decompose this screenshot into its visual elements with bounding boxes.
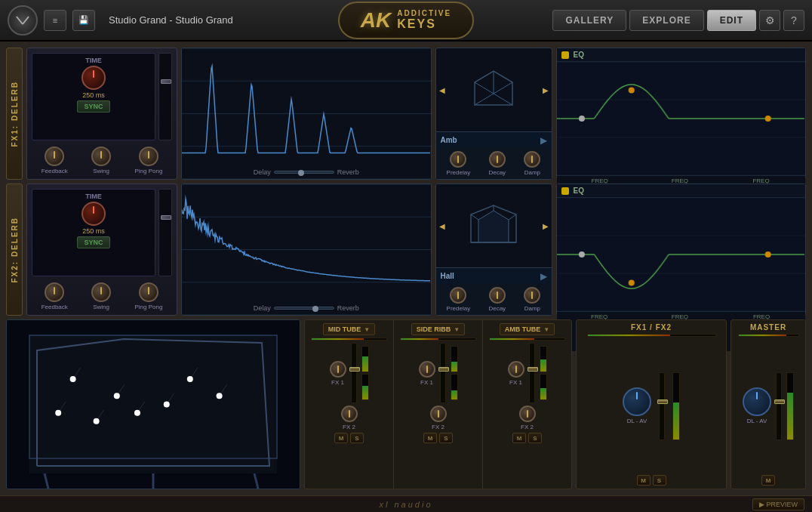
- fx2-decay-knob[interactable]: [489, 287, 506, 304]
- side-ribb-s-btn[interactable]: S: [439, 433, 453, 443]
- edit-btn[interactable]: EDIT: [707, 10, 756, 31]
- fx12-ms-buttons: M S: [637, 475, 666, 486]
- settings-icon[interactable]: ⚙: [759, 10, 780, 31]
- mid-tube-s-btn[interactable]: S: [350, 433, 364, 443]
- amb-tube-fader-handle[interactable]: [527, 367, 538, 372]
- mid-tube-m-btn[interactable]: M: [334, 433, 348, 443]
- amb-tube-s-btn[interactable]: S: [528, 433, 542, 443]
- svg-line-0: [17, 17, 23, 24]
- mid-tube-fader-handle[interactable]: [349, 367, 360, 372]
- fx1-slider-track[interactable]: [274, 171, 334, 174]
- side-ribb-fx2-knob[interactable]: [430, 406, 447, 422]
- fx12-fader-handle[interactable]: [657, 399, 668, 404]
- amb-tube-m-btn[interactable]: M: [512, 433, 526, 443]
- fx2-swing-knob[interactable]: [91, 282, 111, 302]
- fx2-fader-handle[interactable]: [161, 215, 171, 220]
- fx1-slider-thumb[interactable]: [298, 170, 304, 176]
- side-ribb-fx1-knob[interactable]: [419, 361, 435, 378]
- fx2-slider-thumb[interactable]: [312, 306, 318, 312]
- fx12-s-btn[interactable]: S: [653, 475, 666, 486]
- side-ribb-level: [401, 338, 438, 340]
- fx1-delerb: TIME 250 ms SYNC Feedback Swing: [26, 48, 177, 180]
- fx2-fader-strip[interactable]: [158, 189, 172, 276]
- fx1-room-next-icon[interactable]: ▶: [540, 135, 547, 146]
- fx2-room-3d: [460, 203, 527, 248]
- fx12-knob1[interactable]: [623, 387, 651, 416]
- mid-tube-header[interactable]: MID TUBE ▼: [323, 323, 375, 335]
- side-ribb-fader[interactable]: [440, 343, 446, 403]
- side-ribb-fx2-knob-group: FX 2: [430, 406, 447, 430]
- amb-tube-fx2-knob[interactable]: [519, 406, 536, 422]
- fx1-fader-handle[interactable]: [161, 79, 171, 84]
- fx2-slider-track[interactable]: [274, 307, 334, 310]
- side-ribb-fx1-label: FX 1: [420, 379, 433, 386]
- svg-line-13: [509, 214, 516, 220]
- fx1-swing-knob[interactable]: [91, 147, 111, 166]
- fx1-sync-btn[interactable]: SYNC: [77, 100, 109, 113]
- fx2-pingpong-label: Ping Pong: [134, 304, 162, 310]
- fx1-room-nav-left[interactable]: ◀: [439, 86, 445, 94]
- fx2-time-label: TIME: [85, 193, 102, 200]
- fx2-swing-knob-group: Swing: [91, 282, 111, 310]
- mid-tube-fx1-knob[interactable]: [330, 361, 346, 378]
- mixer-area: MID TUBE ▼ FX 1: [304, 319, 572, 489]
- master-fader[interactable]: [776, 372, 782, 440]
- fx2-feedback-knob[interactable]: [45, 282, 64, 302]
- master-knob[interactable]: [743, 387, 771, 416]
- fx2-room-nav-right[interactable]: ▶: [543, 222, 549, 230]
- amb-tube-fx1-knob[interactable]: [508, 361, 524, 378]
- master-dl-av-group: DL - AV: [743, 387, 771, 424]
- svg-line-3: [475, 94, 494, 105]
- save-icon-btn[interactable]: 💾: [72, 10, 95, 31]
- fx2-delay-label: Delay: [254, 304, 271, 312]
- fx2-eq-led[interactable]: [561, 187, 569, 195]
- explore-btn[interactable]: EXPLORE: [629, 10, 703, 31]
- fx12-fader[interactable]: [659, 372, 665, 440]
- fx12-knob1-group: DL - AV: [623, 387, 651, 424]
- fx2-damp-knob[interactable]: [524, 287, 540, 304]
- fx2-eq-canvas: [557, 198, 806, 311]
- fx1-damp-knob[interactable]: [524, 151, 540, 168]
- help-icon[interactable]: ?: [783, 10, 804, 31]
- fx2-room-nav-left[interactable]: ◀: [439, 222, 445, 230]
- fx1-eq-led[interactable]: [561, 51, 569, 59]
- side-ribb-fader-handle[interactable]: [438, 367, 449, 372]
- fx12-section: FX1 / FX2 DL - AV M: [576, 319, 727, 489]
- side-ribb-m-btn[interactable]: M: [423, 433, 437, 443]
- fx1-predelay-knob[interactable]: [450, 151, 466, 168]
- amb-tube-fader[interactable]: [529, 343, 535, 403]
- fx2-pingpong-knob[interactable]: [139, 282, 158, 302]
- fx2-label-strip: FX2: DELERB: [6, 184, 23, 316]
- svg-line-5: [475, 82, 494, 94]
- fx12-m-btn[interactable]: M: [637, 475, 651, 486]
- fx1-fader-strip[interactable]: [158, 53, 172, 140]
- fx2-room-next-icon[interactable]: ▶: [540, 271, 547, 282]
- side-ribb-fx2-label: FX 2: [432, 424, 444, 430]
- amb-tube-fx2-label: FX 2: [521, 424, 534, 430]
- piano-canvas: [7, 320, 300, 489]
- fx1-time-knob[interactable]: [82, 66, 106, 90]
- fx2-time-area: TIME 250 ms SYNC: [32, 189, 155, 276]
- fx12-dl-av-label1: DL - AV: [627, 418, 647, 424]
- fx2-sync-btn[interactable]: SYNC: [77, 236, 109, 248]
- mid-tube-fader[interactable]: [351, 343, 357, 403]
- fx1-feedback-knob[interactable]: [45, 147, 64, 166]
- fx1-pingpong-knob[interactable]: [139, 147, 158, 166]
- mid-tube-arrow: ▼: [364, 326, 370, 333]
- menu-icon-btn[interactable]: ≡: [44, 10, 66, 31]
- side-ribb-header[interactable]: SIDE RIBB ▼: [411, 323, 465, 335]
- amb-tube-fx1-label: FX 1: [509, 379, 522, 386]
- fx2-time-knob[interactable]: [82, 202, 106, 226]
- fx2-row: FX2: DELERB TIME 250 ms SYNC Feedback: [6, 184, 806, 316]
- fx2-eq-canvas-area: [557, 198, 806, 311]
- amb-tube-header[interactable]: AMB TUBE ▼: [500, 323, 555, 335]
- fx2-predelay-knob[interactable]: [450, 287, 466, 304]
- preview-btn[interactable]: ▶ PREVIEW: [752, 498, 804, 510]
- master-m-btn[interactable]: M: [761, 475, 775, 486]
- fx1-decay-knob[interactable]: [489, 151, 506, 168]
- mid-tube-fx2-knob[interactable]: [341, 406, 358, 422]
- master-fader-handle[interactable]: [774, 399, 785, 404]
- gallery-btn[interactable]: GALLERY: [552, 10, 626, 31]
- fx1-room-nav-right[interactable]: ▶: [543, 86, 549, 94]
- fx2-waveform-labels: Delay Reverb: [254, 304, 359, 312]
